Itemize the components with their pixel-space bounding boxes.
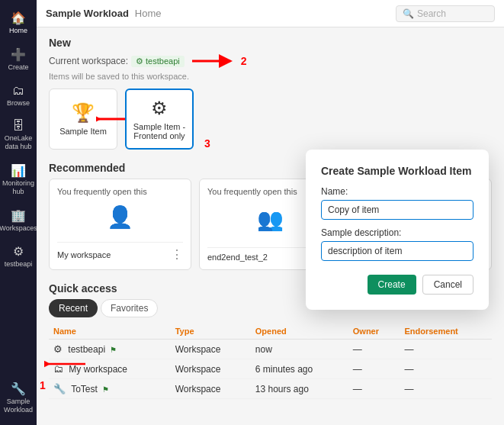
workspace-info: Current workspace: ⚙ testbeapi 2 [49, 53, 492, 69]
table-row: ⚙ testbeapi ⚑ Workspace now — — [49, 340, 492, 359]
sidebar-item-label: OneLake data hub [3, 134, 34, 151]
sample-item-frontend-card[interactable]: ⚙ Sample Item - Frontend only [125, 89, 194, 150]
onelake-icon: 🗄 [12, 119, 24, 133]
more-icon-0[interactable]: ⋮ [171, 247, 183, 262]
arrow-right-icon [192, 53, 238, 69]
row-1-endorsement: — [400, 359, 492, 379]
search-placeholder: Search [417, 8, 446, 19]
col-endorsement: Endorsement [400, 324, 492, 340]
row-2-endorsement: — [400, 379, 492, 399]
row-0-owner: — [348, 340, 400, 359]
row-2-owner: — [348, 379, 400, 399]
sidebar-item-onelake[interactable]: 🗄 OneLake data hub [0, 114, 37, 156]
col-type: Type [171, 324, 251, 340]
page-title: Sample Workload [46, 8, 129, 19]
arrow-left-row-icon [44, 356, 90, 372]
create-button[interactable]: Create [368, 275, 416, 295]
search-bar[interactable]: 🔍 Search [396, 5, 495, 22]
sidebar-item-monitoring[interactable]: 📊 Monitoring hub [0, 159, 37, 201]
workspace-icon: ⚙ [136, 56, 143, 66]
content-area: New Current workspace: ⚙ testbeapi 2 [37, 27, 504, 425]
col-owner: Owner [348, 324, 400, 340]
breadcrumb: Home [135, 8, 162, 19]
person-icon: 👤 [107, 204, 133, 230]
dialog-actions: Create Cancel [321, 275, 474, 295]
sample-item-label: Sample Item [59, 127, 107, 136]
sidebar: 🏠 Home ➕ Create 🗂 Browse 🗄 OneLake data … [0, 0, 37, 425]
row-0-type: Workspace [171, 340, 251, 359]
testbeapi-icon: ⚙ [13, 244, 24, 259]
row-1-type: Workspace [171, 359, 251, 379]
create-icon: ➕ [11, 47, 26, 62]
sidebar-item-label: Create [8, 63, 28, 72]
dialog-desc-input[interactable] [321, 241, 474, 261]
rec-card-footer-0: My workspace ⋮ [57, 242, 183, 262]
sample-item-frontend-label: Sample Item - Frontend only [131, 122, 188, 140]
cancel-button[interactable]: Cancel [422, 275, 474, 295]
sidebar-item-label: Workspaces [0, 224, 37, 233]
sidebar-item-label: testbeapi [5, 260, 33, 269]
sidebar-item-workspaces[interactable]: 🏢 Workspaces [0, 204, 37, 237]
workspace-hint: Items will be saved to this workspace. [49, 72, 492, 81]
annotation-3: 3 [204, 137, 210, 150]
group-icon: 👥 [257, 207, 284, 232]
home-icon: 🏠 [11, 11, 26, 25]
sidebar-item-label: Home [9, 27, 27, 35]
rec-card-0: You frequently open this 👤 My workspace … [49, 179, 191, 270]
rec-card-footer-label-1: end2end_test_2 [207, 253, 268, 262]
sidebar-item-create[interactable]: ➕ Create [0, 43, 37, 76]
frontend-icon: ⚙ [151, 98, 168, 119]
rec-card-body-0: 👤 [57, 196, 183, 237]
row-2-opened: 13 hours ago [251, 379, 348, 399]
row-0-opened: now [251, 340, 348, 359]
table-row: 🔧 ToTest ⚑ Workspace 13 hours ago — — [49, 379, 492, 399]
quick-access-table: Name Type Opened Owner Endorsement ⚙ tes… [49, 324, 492, 399]
rec-card-footer-label-0: My workspace [57, 250, 111, 259]
sidebar-item-label: Sample Workload [3, 398, 34, 414]
workspaces-icon: 🏢 [11, 208, 26, 223]
workspace-badge: ⚙ testbeapi [131, 56, 185, 67]
dialog-title: Create Sample Workload Item [321, 165, 474, 177]
browse-icon: 🗂 [12, 84, 24, 98]
col-name: Name [49, 324, 171, 340]
new-section: New Current workspace: ⚙ testbeapi 2 [49, 37, 492, 150]
table-row: 🗂 My workspace Workspace 6 minutes ago —… [49, 359, 492, 379]
item-cards: 🏆 Sample Item ⚙ Sam [49, 89, 492, 150]
rec-card-label-0: You frequently open this [57, 187, 183, 196]
dialog-name-input[interactable] [321, 200, 474, 220]
workspace-tag-0: ⚑ [110, 346, 117, 354]
dialog-desc-label: Sample description: [321, 227, 474, 238]
row-0-endorsement: — [400, 340, 492, 359]
row-2-type: Workspace [171, 379, 251, 399]
file-icon-2: 🔧 [53, 383, 66, 394]
row-1-opened: 6 minutes ago [251, 359, 348, 379]
sidebar-item-home[interactable]: 🏠 Home [0, 6, 37, 40]
create-dialog: Create Sample Workload Item Name: Sample… [306, 150, 489, 310]
file-icon-0: ⚙ [53, 343, 63, 355]
sidebar-item-testbeapi[interactable]: ⚙ testbeapi [0, 240, 37, 273]
trophy-icon: 🏆 [72, 102, 95, 124]
annotation-2: 2 [241, 55, 247, 67]
sidebar-item-browse[interactable]: 🗂 Browse [0, 79, 37, 112]
card-arrow-container: ⚙ Sample Item - Frontend only [125, 89, 194, 150]
row-1-owner: — [348, 359, 400, 379]
topbar: Sample Workload Home 🔍 Search [37, 0, 504, 27]
monitoring-icon: 📊 [11, 163, 26, 178]
tab-recent[interactable]: Recent [49, 299, 98, 317]
new-section-title: New [49, 37, 492, 49]
table-header-row: Name Type Opened Owner Endorsement [49, 324, 492, 340]
qa-tabs: Recent Favorites [49, 299, 158, 317]
sample-workload-icon: 🔧 [11, 382, 26, 396]
dialog-name-label: Name: [321, 186, 474, 197]
search-icon: 🔍 [403, 8, 414, 19]
col-opened: Opened [251, 324, 348, 340]
row-2-name: 🔧 ToTest ⚑ [49, 379, 171, 399]
workspace-name: testbeapi [146, 56, 180, 66]
sidebar-item-label: Browse [7, 99, 30, 108]
main-content: Sample Workload Home 🔍 Search New Curren… [37, 0, 504, 425]
arrow-left-icon [96, 111, 127, 127]
sidebar-item-label: Monitoring hub [2, 179, 34, 196]
tab-favorites[interactable]: Favorites [101, 299, 158, 317]
workspace-tag-2: ⚑ [102, 385, 109, 394]
sidebar-item-sample-workload[interactable]: 🔧 Sample Workload [0, 377, 37, 419]
